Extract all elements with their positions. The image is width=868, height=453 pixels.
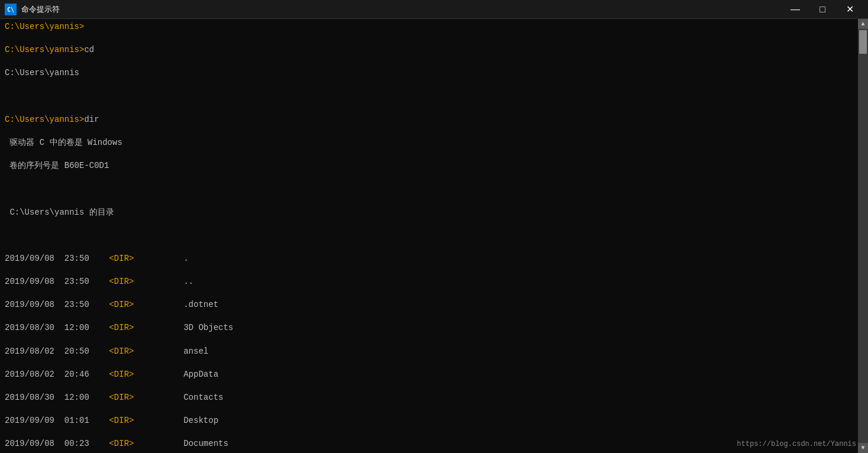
watermark: https://blog.csdn.net/Yannis [737, 440, 856, 448]
list-item: 2019/09/08 23:50 <DIR> . [5, 253, 853, 265]
maximize-button[interactable]: □ [809, 0, 836, 19]
window-title: 命令提示符 [21, 4, 782, 15]
close-button[interactable]: ✕ [836, 0, 863, 19]
list-item: 2019/08/02 20:50 <DIR> ansel [5, 346, 853, 358]
scrollbar-thumb[interactable] [859, 30, 867, 54]
content-area: C:\Users\yannis> C:\Users\yannis>cd C:\U… [0, 19, 868, 453]
terminal-output[interactable]: C:\Users\yannis> C:\Users\yannis>cd C:\U… [0, 19, 858, 453]
scrollbar[interactable]: ▲ ▼ [858, 19, 868, 453]
scroll-up-arrow[interactable]: ▲ [858, 19, 868, 29]
list-item: 2019/09/08 23:50 <DIR> .. [5, 276, 853, 288]
svg-text:C\: C\ [7, 7, 14, 13]
scroll-down-arrow[interactable]: ▼ [858, 443, 868, 453]
list-item: 2019/08/30 12:00 <DIR> Contacts [5, 392, 853, 404]
list-item: 2019/08/02 20:46 <DIR> AppData [5, 369, 853, 381]
app-icon: C\ [5, 4, 17, 15]
window-controls: — □ ✕ [782, 0, 863, 19]
list-item: 2019/08/30 12:00 <DIR> 3D Objects [5, 322, 853, 334]
list-item: 2019/09/08 00:23 <DIR> Documents [5, 438, 853, 450]
list-item: 2019/09/08 23:50 <DIR> .dotnet [5, 299, 853, 311]
list-item: 2019/09/09 01:01 <DIR> Desktop [5, 415, 853, 427]
cmd-window: C\ 命令提示符 — □ ✕ C:\Users\yannis> C:\Users… [0, 0, 868, 453]
title-bar: C\ 命令提示符 — □ ✕ [0, 0, 868, 19]
minimize-button[interactable]: — [782, 0, 809, 19]
